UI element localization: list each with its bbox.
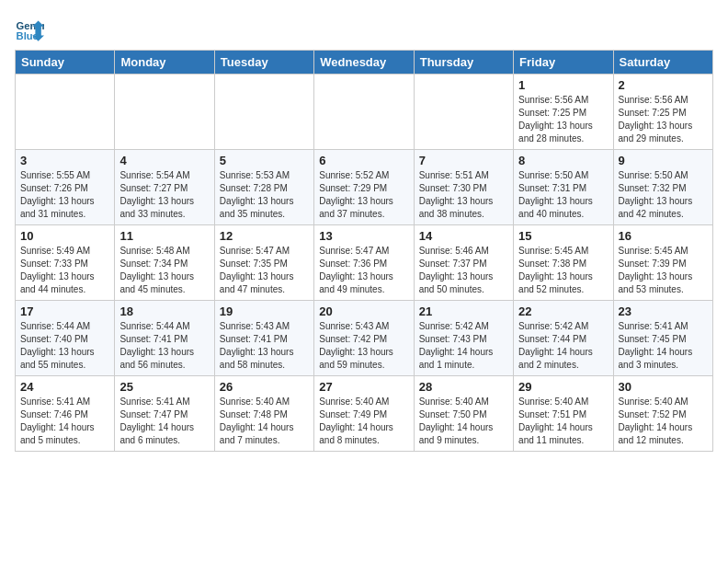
day-info: Sunrise: 5:46 AM Sunset: 7:37 PM Dayligh… — [419, 245, 508, 296]
day-number: 30 — [619, 380, 708, 394]
day-number: 19 — [220, 304, 309, 318]
calendar-header-row: SundayMondayTuesdayWednesdayThursdayFrid… — [16, 51, 713, 75]
day-number: 12 — [220, 229, 309, 243]
day-number: 18 — [119, 304, 209, 318]
week-row-2: 10Sunrise: 5:49 AM Sunset: 7:33 PM Dayli… — [16, 225, 713, 301]
day-number: 6 — [319, 154, 408, 167]
calendar-cell: 5Sunrise: 5:53 AM Sunset: 7:28 PM Daylig… — [214, 150, 313, 225]
day-info: Sunrise: 5:40 AM Sunset: 7:50 PM Dayligh… — [419, 396, 508, 447]
day-number: 11 — [119, 229, 209, 243]
week-row-1: 3Sunrise: 5:55 AM Sunset: 7:26 PM Daylig… — [16, 150, 713, 225]
day-info: Sunrise: 5:48 AM Sunset: 7:34 PM Dayligh… — [119, 245, 209, 296]
calendar-cell: 23Sunrise: 5:41 AM Sunset: 7:45 PM Dayli… — [613, 301, 712, 376]
day-number: 20 — [319, 304, 408, 318]
col-header-saturday: Saturday — [613, 51, 712, 75]
calendar-cell: 29Sunrise: 5:40 AM Sunset: 7:51 PM Dayli… — [514, 376, 613, 452]
calendar-cell: 14Sunrise: 5:46 AM Sunset: 7:37 PM Dayli… — [414, 225, 513, 301]
day-info: Sunrise: 5:44 AM Sunset: 7:40 PM Dayligh… — [20, 320, 109, 372]
calendar-cell: 25Sunrise: 5:41 AM Sunset: 7:47 PM Dayli… — [115, 376, 214, 452]
calendar-cell — [314, 75, 414, 150]
calendar-cell: 22Sunrise: 5:42 AM Sunset: 7:44 PM Dayli… — [514, 301, 613, 376]
calendar-cell: 28Sunrise: 5:40 AM Sunset: 7:50 PM Dayli… — [414, 376, 513, 452]
day-number: 25 — [119, 380, 209, 394]
calendar-cell: 10Sunrise: 5:49 AM Sunset: 7:33 PM Dayli… — [16, 225, 115, 301]
day-number: 24 — [20, 380, 109, 394]
day-info: Sunrise: 5:55 AM Sunset: 7:26 PM Dayligh… — [20, 169, 109, 221]
calendar-cell: 24Sunrise: 5:41 AM Sunset: 7:46 PM Dayli… — [16, 376, 115, 452]
day-number: 10 — [20, 229, 109, 243]
col-header-sunday: Sunday — [16, 51, 115, 75]
day-info: Sunrise: 5:49 AM Sunset: 7:33 PM Dayligh… — [20, 245, 109, 296]
day-number: 15 — [518, 229, 608, 243]
week-row-4: 24Sunrise: 5:41 AM Sunset: 7:46 PM Dayli… — [16, 376, 713, 452]
week-row-3: 17Sunrise: 5:44 AM Sunset: 7:40 PM Dayli… — [16, 301, 713, 376]
day-info: Sunrise: 5:41 AM Sunset: 7:47 PM Dayligh… — [119, 396, 209, 447]
day-number: 17 — [20, 304, 109, 318]
logo: General Blue — [15, 15, 48, 44]
day-info: Sunrise: 5:52 AM Sunset: 7:29 PM Dayligh… — [319, 169, 408, 221]
day-number: 4 — [119, 154, 209, 167]
logo-icon: General Blue — [15, 15, 44, 44]
day-info: Sunrise: 5:40 AM Sunset: 7:52 PM Dayligh… — [619, 396, 708, 447]
header: General Blue — [15, 15, 713, 44]
day-number: 9 — [619, 154, 708, 167]
day-number: 16 — [619, 229, 708, 243]
day-info: Sunrise: 5:45 AM Sunset: 7:39 PM Dayligh… — [619, 245, 708, 296]
col-header-monday: Monday — [115, 51, 214, 75]
day-info: Sunrise: 5:53 AM Sunset: 7:28 PM Dayligh… — [220, 169, 309, 221]
calendar-cell — [16, 75, 115, 150]
day-info: Sunrise: 5:43 AM Sunset: 7:41 PM Dayligh… — [220, 320, 309, 372]
day-number: 3 — [20, 154, 109, 167]
day-info: Sunrise: 5:47 AM Sunset: 7:36 PM Dayligh… — [319, 245, 408, 296]
calendar-cell: 9Sunrise: 5:50 AM Sunset: 7:32 PM Daylig… — [613, 150, 712, 225]
week-row-0: 1Sunrise: 5:56 AM Sunset: 7:25 PM Daylig… — [16, 75, 713, 150]
calendar: SundayMondayTuesdayWednesdayThursdayFrid… — [15, 50, 713, 452]
day-info: Sunrise: 5:43 AM Sunset: 7:42 PM Dayligh… — [319, 320, 408, 372]
calendar-cell: 15Sunrise: 5:45 AM Sunset: 7:38 PM Dayli… — [514, 225, 613, 301]
day-info: Sunrise: 5:42 AM Sunset: 7:44 PM Dayligh… — [518, 320, 608, 372]
col-header-wednesday: Wednesday — [314, 51, 414, 75]
calendar-cell: 7Sunrise: 5:51 AM Sunset: 7:30 PM Daylig… — [414, 150, 513, 225]
calendar-cell: 4Sunrise: 5:54 AM Sunset: 7:27 PM Daylig… — [115, 150, 214, 225]
calendar-cell: 1Sunrise: 5:56 AM Sunset: 7:25 PM Daylig… — [514, 75, 613, 150]
calendar-cell: 13Sunrise: 5:47 AM Sunset: 7:36 PM Dayli… — [314, 225, 414, 301]
calendar-cell — [214, 75, 313, 150]
calendar-cell: 27Sunrise: 5:40 AM Sunset: 7:49 PM Dayli… — [314, 376, 414, 452]
col-header-friday: Friday — [514, 51, 613, 75]
day-number: 21 — [419, 304, 508, 318]
day-number: 28 — [419, 380, 508, 394]
day-number: 26 — [220, 380, 309, 394]
calendar-cell: 19Sunrise: 5:43 AM Sunset: 7:41 PM Dayli… — [214, 301, 313, 376]
calendar-cell: 16Sunrise: 5:45 AM Sunset: 7:39 PM Dayli… — [613, 225, 712, 301]
calendar-cell: 2Sunrise: 5:56 AM Sunset: 7:25 PM Daylig… — [613, 75, 712, 150]
day-number: 27 — [319, 380, 408, 394]
calendar-cell: 30Sunrise: 5:40 AM Sunset: 7:52 PM Dayli… — [613, 376, 712, 452]
calendar-cell: 11Sunrise: 5:48 AM Sunset: 7:34 PM Dayli… — [115, 225, 214, 301]
day-info: Sunrise: 5:40 AM Sunset: 7:51 PM Dayligh… — [518, 396, 608, 447]
day-info: Sunrise: 5:56 AM Sunset: 7:25 PM Dayligh… — [619, 94, 708, 145]
day-number: 5 — [220, 154, 309, 167]
day-info: Sunrise: 5:44 AM Sunset: 7:41 PM Dayligh… — [119, 320, 209, 372]
day-info: Sunrise: 5:50 AM Sunset: 7:31 PM Dayligh… — [518, 169, 608, 221]
day-info: Sunrise: 5:51 AM Sunset: 7:30 PM Dayligh… — [419, 169, 508, 221]
calendar-cell: 21Sunrise: 5:42 AM Sunset: 7:43 PM Dayli… — [414, 301, 513, 376]
day-info: Sunrise: 5:42 AM Sunset: 7:43 PM Dayligh… — [419, 320, 508, 372]
day-number: 13 — [319, 229, 408, 243]
day-info: Sunrise: 5:54 AM Sunset: 7:27 PM Dayligh… — [119, 169, 209, 221]
col-header-tuesday: Tuesday — [214, 51, 313, 75]
calendar-cell: 20Sunrise: 5:43 AM Sunset: 7:42 PM Dayli… — [314, 301, 414, 376]
calendar-cell: 12Sunrise: 5:47 AM Sunset: 7:35 PM Dayli… — [214, 225, 313, 301]
calendar-cell — [115, 75, 214, 150]
day-info: Sunrise: 5:50 AM Sunset: 7:32 PM Dayligh… — [619, 169, 708, 221]
day-number: 23 — [619, 304, 708, 318]
day-info: Sunrise: 5:40 AM Sunset: 7:48 PM Dayligh… — [220, 396, 309, 447]
day-info: Sunrise: 5:45 AM Sunset: 7:38 PM Dayligh… — [518, 245, 608, 296]
day-number: 2 — [619, 78, 708, 92]
day-number: 8 — [518, 154, 608, 167]
calendar-cell — [414, 75, 513, 150]
day-number: 14 — [419, 229, 508, 243]
day-number: 22 — [518, 304, 608, 318]
calendar-cell: 3Sunrise: 5:55 AM Sunset: 7:26 PM Daylig… — [16, 150, 115, 225]
calendar-cell: 8Sunrise: 5:50 AM Sunset: 7:31 PM Daylig… — [514, 150, 613, 225]
day-info: Sunrise: 5:47 AM Sunset: 7:35 PM Dayligh… — [220, 245, 309, 296]
